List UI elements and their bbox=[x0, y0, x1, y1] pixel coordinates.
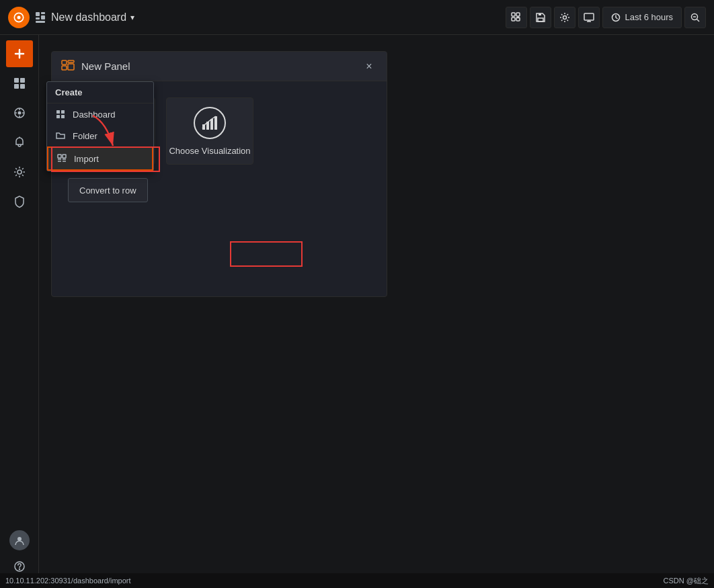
create-item-dashboard-label: Dashboard bbox=[73, 110, 116, 120]
choose-viz-option[interactable]: Choose Visualization bbox=[166, 97, 253, 165]
svg-rect-46 bbox=[56, 115, 60, 118]
create-dropdown: Create Dashboard F bbox=[46, 81, 154, 171]
svg-rect-6 bbox=[36, 21, 45, 23]
create-item-dashboard[interactable]: Dashboard bbox=[47, 103, 153, 125]
title-dropdown-arrow[interactable]: ▾ bbox=[130, 13, 134, 22]
time-range-label: Last 6 hours bbox=[625, 12, 673, 22]
dashboard-title: New dashboard bbox=[51, 11, 126, 24]
svg-rect-40 bbox=[62, 60, 67, 65]
svg-rect-13 bbox=[539, 13, 541, 15]
main-content: New Panel × Create Dashboard bbox=[39, 35, 714, 588]
svg-rect-2 bbox=[36, 12, 40, 16]
svg-point-39 bbox=[19, 569, 19, 570]
panel-header-icon bbox=[61, 60, 75, 73]
new-panel-modal: New Panel × Create Dashboard bbox=[51, 51, 387, 297]
dashboard-icon bbox=[35, 11, 47, 24]
sidebar-item-configuration[interactable] bbox=[6, 159, 33, 185]
svg-rect-42 bbox=[62, 66, 67, 70]
grafana-logo[interactable] bbox=[8, 7, 30, 28]
sidebar-item-alerting[interactable] bbox=[6, 129, 33, 156]
status-url: 10.10.11.202:30931/dashboard/import bbox=[5, 577, 131, 585]
create-dropdown-header: Create bbox=[47, 82, 153, 103]
create-item-import[interactable]: Import bbox=[47, 146, 153, 171]
create-item-folder-label: Folder bbox=[73, 131, 97, 141]
svg-point-37 bbox=[17, 537, 22, 541]
svg-point-1 bbox=[17, 15, 21, 19]
viz-icon bbox=[194, 107, 226, 139]
svg-rect-57 bbox=[210, 119, 213, 130]
svg-rect-58 bbox=[214, 116, 217, 130]
sidebar bbox=[0, 35, 39, 588]
svg-rect-44 bbox=[56, 110, 60, 114]
sidebar-item-explore[interactable] bbox=[6, 99, 33, 126]
svg-rect-3 bbox=[41, 12, 45, 14]
statusbar: 10.10.11.202:30931/dashboard/import CSDN… bbox=[0, 573, 714, 588]
save-button[interactable] bbox=[530, 7, 551, 28]
import-icon bbox=[56, 153, 67, 164]
svg-rect-48 bbox=[58, 155, 61, 158]
svg-rect-41 bbox=[68, 60, 74, 62]
svg-rect-47 bbox=[61, 115, 65, 118]
sidebar-item-dashboards[interactable] bbox=[6, 70, 33, 97]
folder-icon bbox=[55, 130, 66, 141]
create-item-folder[interactable]: Folder bbox=[47, 125, 153, 146]
svg-rect-4 bbox=[36, 17, 40, 19]
svg-rect-49 bbox=[63, 155, 66, 158]
svg-rect-45 bbox=[61, 110, 65, 114]
svg-line-21 bbox=[697, 19, 700, 22]
svg-rect-14 bbox=[538, 18, 543, 22]
sidebar-item-add[interactable] bbox=[6, 40, 33, 67]
svg-point-36 bbox=[17, 170, 22, 174]
user-avatar[interactable] bbox=[9, 530, 30, 550]
zoom-out-button[interactable] bbox=[684, 7, 706, 28]
panel-modal-header: New Panel × bbox=[52, 52, 387, 81]
svg-rect-5 bbox=[41, 15, 45, 19]
svg-rect-27 bbox=[14, 84, 19, 89]
add-panel-button[interactable] bbox=[506, 7, 527, 28]
panel-modal-title: New Panel bbox=[81, 60, 354, 72]
svg-rect-7 bbox=[512, 13, 515, 16]
status-right: CSDN @础之 bbox=[664, 576, 709, 586]
svg-rect-9 bbox=[512, 17, 515, 21]
svg-rect-8 bbox=[516, 13, 520, 16]
dashboard-icon-small bbox=[55, 109, 66, 120]
topbar: New dashboard ▾ bbox=[0, 0, 714, 35]
time-range-button[interactable]: Last 6 hours bbox=[602, 7, 682, 28]
sidebar-item-shield[interactable] bbox=[6, 188, 33, 215]
svg-rect-28 bbox=[20, 84, 25, 89]
choose-viz-label: Choose Visualization bbox=[169, 146, 250, 156]
tv-mode-button[interactable] bbox=[578, 7, 600, 28]
svg-point-15 bbox=[563, 15, 567, 19]
svg-rect-25 bbox=[14, 78, 19, 83]
create-item-import-label: Import bbox=[74, 154, 99, 164]
dashboard-title-area: New dashboard ▾ bbox=[35, 11, 500, 24]
convert-to-row-button[interactable]: Convert to row bbox=[68, 178, 148, 202]
svg-point-30 bbox=[17, 112, 21, 115]
svg-rect-43 bbox=[68, 64, 74, 70]
svg-rect-26 bbox=[20, 78, 25, 83]
settings-button[interactable] bbox=[554, 7, 576, 28]
close-button[interactable]: × bbox=[361, 58, 377, 75]
topbar-right: Last 6 hours bbox=[506, 7, 706, 28]
svg-rect-16 bbox=[584, 13, 594, 20]
